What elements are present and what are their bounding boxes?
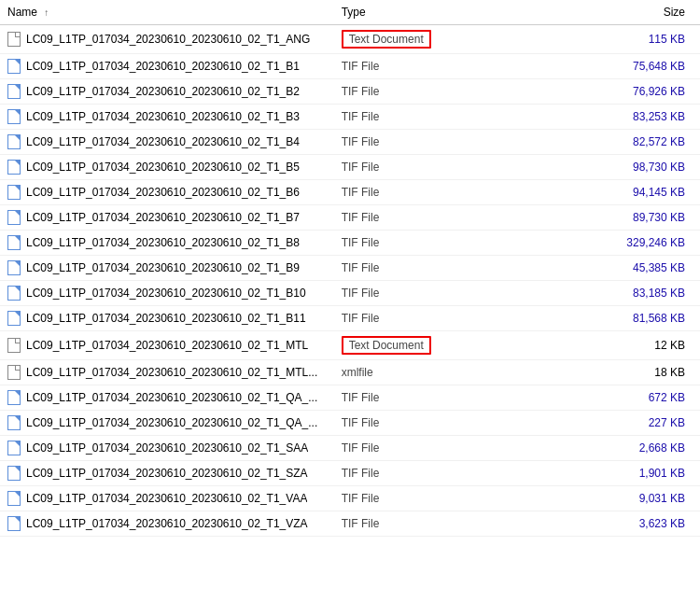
tif-file-icon — [7, 235, 21, 250]
tif-file-icon — [7, 390, 21, 405]
table-row[interactable]: LC09_L1TP_017034_20230610_20230610_02_T1… — [0, 130, 700, 155]
tif-file-icon — [7, 59, 21, 74]
file-name-text: LC09_L1TP_017034_20230610_20230610_02_T1… — [26, 211, 300, 224]
tif-file-icon — [7, 466, 21, 481]
file-type-cell: TIF File — [334, 385, 571, 411]
file-name-wrapper: LC09_L1TP_017034_20230610_20230610_02_T1… — [7, 311, 327, 326]
tif-file-icon — [7, 260, 21, 275]
file-size-cell: 83,185 KB — [571, 281, 700, 306]
file-name-wrapper: LC09_L1TP_017034_20230610_20230610_02_T1… — [7, 415, 327, 430]
table-row[interactable]: LC09_L1TP_017034_20230610_20230610_02_T1… — [0, 331, 700, 360]
tif-file-icon — [7, 160, 21, 175]
file-size-cell: 45,385 KB — [571, 256, 700, 281]
table-row[interactable]: LC09_L1TP_017034_20230610_20230610_02_T1… — [0, 79, 700, 105]
table-row[interactable]: LC09_L1TP_017034_20230610_20230610_02_T1… — [0, 105, 700, 130]
table-row[interactable]: LC09_L1TP_017034_20230610_20230610_02_T1… — [0, 436, 700, 461]
column-name-label: Name — [7, 6, 37, 19]
file-name-text: LC09_L1TP_017034_20230610_20230610_02_T1… — [26, 416, 317, 429]
table-row[interactable]: LC09_L1TP_017034_20230610_20230610_02_T1… — [0, 205, 700, 231]
file-name-text: LC09_L1TP_017034_20230610_20230610_02_T1… — [26, 261, 300, 274]
file-name-cell: LC09_L1TP_017034_20230610_20230610_02_T1… — [0, 511, 334, 537]
file-list[interactable]: Name ↑ Type Size LC09_L1TP_017034_202306… — [0, 0, 700, 616]
file-name-wrapper: LC09_L1TP_017034_20230610_20230610_02_T1… — [7, 516, 327, 531]
table-row[interactable]: LC09_L1TP_017034_20230610_20230610_02_T1… — [0, 360, 700, 385]
file-name-cell: LC09_L1TP_017034_20230610_20230610_02_T1… — [0, 54, 334, 79]
table-row[interactable]: LC09_L1TP_017034_20230610_20230610_02_T1… — [0, 231, 700, 256]
file-size-cell: 82,572 KB — [571, 130, 700, 155]
file-name-cell: LC09_L1TP_017034_20230610_20230610_02_T1… — [0, 180, 334, 205]
file-type-cell: TIF File — [334, 411, 571, 436]
column-name[interactable]: Name ↑ — [0, 0, 334, 25]
table-row[interactable]: LC09_L1TP_017034_20230610_20230610_02_T1… — [0, 306, 700, 331]
file-name-cell: LC09_L1TP_017034_20230610_20230610_02_T1… — [0, 130, 334, 155]
file-size-cell: 98,730 KB — [571, 155, 700, 180]
column-size[interactable]: Size — [571, 0, 700, 25]
tif-file-icon — [7, 491, 21, 506]
file-name-wrapper: LC09_L1TP_017034_20230610_20230610_02_T1… — [7, 390, 327, 405]
file-name-wrapper: LC09_L1TP_017034_20230610_20230610_02_T1… — [7, 84, 327, 99]
file-name-cell: LC09_L1TP_017034_20230610_20230610_02_T1… — [0, 79, 334, 105]
file-name-wrapper: LC09_L1TP_017034_20230610_20230610_02_T1… — [7, 441, 327, 455]
column-type-label: Type — [342, 6, 366, 19]
file-name-wrapper: LC09_L1TP_017034_20230610_20230610_02_T1… — [7, 32, 327, 47]
table-row[interactable]: LC09_L1TP_017034_20230610_20230610_02_T1… — [0, 385, 700, 411]
file-name-text: LC09_L1TP_017034_20230610_20230610_02_T1… — [26, 517, 308, 530]
file-name-text: LC09_L1TP_017034_20230610_20230610_02_T1… — [26, 60, 300, 73]
file-name-text: LC09_L1TP_017034_20230610_20230610_02_T1… — [26, 161, 300, 174]
file-name-cell: LC09_L1TP_017034_20230610_20230610_02_T1… — [0, 205, 334, 231]
file-name-text: LC09_L1TP_017034_20230610_20230610_02_T1… — [26, 110, 300, 123]
file-name-wrapper: LC09_L1TP_017034_20230610_20230610_02_T1… — [7, 160, 327, 175]
file-name-cell: LC09_L1TP_017034_20230610_20230610_02_T1… — [0, 411, 334, 436]
tif-file-icon — [7, 286, 21, 301]
table-row[interactable]: LC09_L1TP_017034_20230610_20230610_02_T1… — [0, 180, 700, 205]
column-type[interactable]: Type — [334, 0, 571, 25]
file-type-cell: TIF File — [334, 436, 571, 461]
file-type-cell: TIF File — [334, 180, 571, 205]
table-header: Name ↑ Type Size — [0, 0, 700, 25]
file-size-cell: 672 KB — [571, 385, 700, 411]
table-row[interactable]: LC09_L1TP_017034_20230610_20230610_02_T1… — [0, 155, 700, 180]
file-type-cell: TIF File — [334, 281, 571, 306]
file-name-cell: LC09_L1TP_017034_20230610_20230610_02_T1… — [0, 436, 334, 461]
file-name-text: LC09_L1TP_017034_20230610_20230610_02_T1… — [26, 492, 307, 505]
file-name-cell: LC09_L1TP_017034_20230610_20230610_02_T1… — [0, 385, 334, 411]
tif-file-icon — [7, 134, 21, 149]
file-name-text: LC09_L1TP_017034_20230610_20230610_02_T1… — [26, 312, 306, 325]
file-name-text: LC09_L1TP_017034_20230610_20230610_02_T1… — [26, 135, 300, 148]
file-name-cell: LC09_L1TP_017034_20230610_20230610_02_T1… — [0, 25, 334, 54]
type-highlight-box: Text Document — [342, 30, 431, 49]
file-type-cell: TIF File — [334, 155, 571, 180]
table-row[interactable]: LC09_L1TP_017034_20230610_20230610_02_T1… — [0, 511, 700, 537]
file-size-cell: 12 KB — [571, 331, 700, 360]
file-name-text: LC09_L1TP_017034_20230610_20230610_02_T1… — [26, 366, 317, 379]
file-name-wrapper: LC09_L1TP_017034_20230610_20230610_02_T1… — [7, 235, 327, 250]
file-type-cell: TIF File — [334, 231, 571, 256]
file-name-text: LC09_L1TP_017034_20230610_20230610_02_T1… — [26, 391, 317, 404]
file-name-cell: LC09_L1TP_017034_20230610_20230610_02_T1… — [0, 486, 334, 511]
file-type-cell: TIF File — [334, 105, 571, 130]
file-name-text: LC09_L1TP_017034_20230610_20230610_02_T1… — [26, 287, 306, 300]
file-type-cell: TIF File — [334, 486, 571, 511]
file-size-cell: 227 KB — [571, 411, 700, 436]
file-name-wrapper: LC09_L1TP_017034_20230610_20230610_02_T1… — [7, 59, 327, 74]
tif-file-icon — [7, 441, 21, 455]
sort-arrow-icon: ↑ — [44, 7, 49, 18]
file-size-cell: 94,145 KB — [571, 180, 700, 205]
tif-file-icon — [7, 516, 21, 531]
table-row[interactable]: LC09_L1TP_017034_20230610_20230610_02_T1… — [0, 256, 700, 281]
table-row[interactable]: LC09_L1TP_017034_20230610_20230610_02_T1… — [0, 486, 700, 511]
table-row[interactable]: LC09_L1TP_017034_20230610_20230610_02_T1… — [0, 54, 700, 79]
table-row[interactable]: LC09_L1TP_017034_20230610_20230610_02_T1… — [0, 461, 700, 486]
file-size-cell: 115 KB — [571, 25, 700, 54]
file-type-cell: TIF File — [334, 79, 571, 105]
table-row[interactable]: LC09_L1TP_017034_20230610_20230610_02_T1… — [0, 281, 700, 306]
file-name-text: LC09_L1TP_017034_20230610_20230610_02_T1… — [26, 33, 310, 46]
tif-file-icon — [7, 415, 21, 430]
file-name-cell: LC09_L1TP_017034_20230610_20230610_02_T1… — [0, 360, 334, 385]
file-size-cell: 329,246 KB — [571, 231, 700, 256]
file-name-cell: LC09_L1TP_017034_20230610_20230610_02_T1… — [0, 105, 334, 130]
table-row[interactable]: LC09_L1TP_017034_20230610_20230610_02_T1… — [0, 411, 700, 436]
file-size-cell: 2,668 KB — [571, 436, 700, 461]
file-type-cell: TIF File — [334, 130, 571, 155]
table-row[interactable]: LC09_L1TP_017034_20230610_20230610_02_T1… — [0, 25, 700, 54]
